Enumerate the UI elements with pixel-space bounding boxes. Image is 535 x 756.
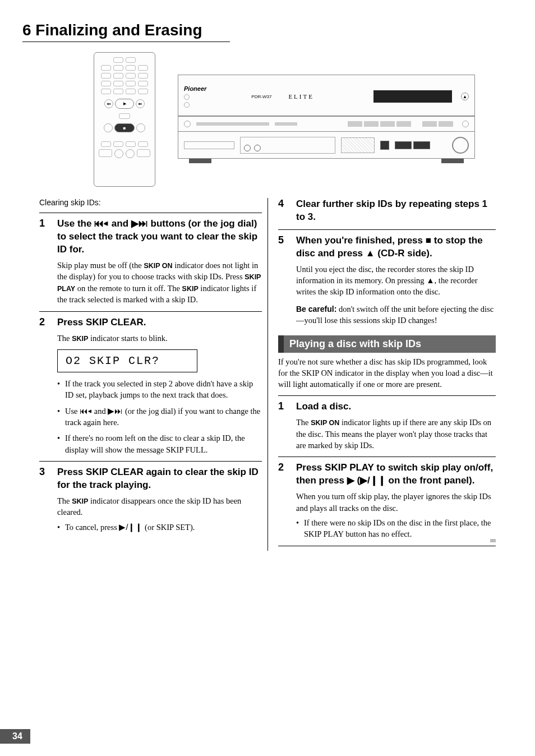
text: on the remote to turn it off. The	[75, 284, 182, 293]
step-1-heading: Use the ⏮◀ and ▶⏭ buttons (or the jog di…	[57, 218, 262, 256]
next-track-icon: ▶⏭	[131, 218, 148, 229]
play-step-2-heading: Press SKIP PLAY to switch skip play on/o…	[296, 462, 496, 487]
step-4: 4 Clear further skip IDs by repeating st…	[278, 198, 496, 224]
step-3-body: The SKIP indicator disappears once the s…	[57, 495, 262, 518]
text: To cancel, press	[65, 523, 119, 532]
kw-skip: SKIP	[72, 335, 88, 343]
step-1-body: Skip play must be off (the SKIP ON indic…	[57, 260, 262, 306]
step-number: 3	[39, 466, 49, 492]
text: and	[109, 218, 131, 229]
stop-icon: ■	[426, 235, 431, 246]
remote-play-icon: ▶	[115, 99, 134, 109]
kw-skip-on: SKIP ON	[302, 368, 333, 377]
eject-icon: ▲	[366, 248, 375, 259]
text: If there were no skip IDs on the disc in…	[304, 518, 491, 527]
next-track-icon: ▶⏭	[108, 407, 123, 416]
section-heading: Playing a disc with skip IDs	[278, 335, 496, 353]
step-4-heading: Clear further skip IDs by repeating step…	[296, 198, 496, 224]
right-column: 4 Clear further skip IDs by repeating st…	[268, 198, 496, 551]
remote-stop-icon: ■	[114, 123, 135, 132]
unit-elite: ELITE	[288, 93, 314, 100]
play-step-1-heading: Load a disc.	[296, 400, 351, 413]
remote-illustration: ⏮ ▶ ⏭ ■	[94, 52, 155, 187]
text: (CD-R side).	[375, 248, 432, 259]
step-5-careful: Be careful: don't switch off the unit be…	[296, 303, 496, 326]
step-3: 3 Press SKIP CLEAR again to clear the sk…	[39, 466, 262, 492]
remote-next-icon: ⏭	[136, 99, 145, 108]
chapter-heading: 6 Finalizing and Erasing	[22, 21, 230, 42]
text: Use the	[57, 218, 94, 229]
figures-row: ⏮ ▶ ⏭ ■ Pioneer PDR-W37 ELITE	[73, 52, 496, 187]
list-item: If there's no room left on the disc to c…	[57, 432, 262, 455]
unit-brand: Pioneer	[184, 85, 206, 92]
eject-icon: ▲	[426, 276, 434, 285]
text: Use	[65, 407, 80, 416]
list-item: Use ⏮◀ and ▶⏭ (or the jog dial) if you w…	[57, 405, 262, 428]
unit-eject-icon: ▲	[461, 93, 469, 100]
kw-skip-on: SKIP ON	[144, 262, 172, 270]
unit-play-pause-icon	[395, 141, 412, 149]
unit-jog-dial	[452, 137, 469, 154]
step-1: 1 Use the ⏮◀ and ▶⏭ buttons (or the jog …	[39, 218, 262, 256]
step-2-bullets: If the track you selected in step 2 abov…	[57, 378, 262, 455]
step-2-heading: Press SKIP CLEAR.	[57, 316, 146, 329]
page-number: 34	[0, 729, 30, 744]
play-icon: ▶	[347, 475, 354, 486]
step-2: 2 Press SKIP CLEAR.	[39, 316, 262, 329]
remote-prev-icon: ⏮	[104, 99, 113, 108]
lcd-display: O2 SKIP CLR?	[57, 349, 197, 372]
text: ).	[190, 523, 195, 532]
text: (	[354, 475, 360, 486]
clearing-intro: Clearing skip IDs:	[39, 198, 262, 207]
step-number: 1	[278, 400, 288, 413]
text: The	[296, 418, 311, 427]
list-item: If there were no skip IDs on the disc in…	[296, 517, 496, 540]
step-3-bullets: To cancel, press ▶/❙❙ (or SKIP SET).	[57, 522, 262, 533]
step-3-heading: Press SKIP CLEAR again to clear the skip…	[57, 466, 262, 492]
step-5-body: Until you eject the disc, the recorder s…	[296, 264, 496, 298]
text: The	[57, 334, 72, 343]
section-intro: If you're not sure whether a disc has sk…	[278, 356, 496, 390]
play-step-2: 2 Press SKIP PLAY to switch skip play on…	[278, 462, 496, 487]
text: The	[57, 496, 72, 505]
prev-track-icon: ⏮◀	[80, 407, 92, 416]
text: When you're finished, press	[296, 235, 426, 246]
step-number: 1	[39, 218, 49, 256]
play-pause-icon: ▶/❙❙	[360, 475, 386, 486]
step-5-heading: When you're finished, press ■ to stop th…	[296, 234, 496, 260]
list-item: To cancel, press ▶/❙❙ (or SKIP SET).	[57, 522, 262, 533]
play-step-1-body: The SKIP ON indicator lights up if there…	[296, 417, 496, 451]
unit-model: PDR-W37	[251, 94, 271, 99]
left-column: Clearing skip IDs: 1 Use the ⏮◀ and ▶⏭ b…	[39, 198, 268, 551]
unit-illustration: Pioneer PDR-W37 ELITE ▲	[178, 75, 475, 164]
kw-skip-on: SKIP ON	[311, 419, 339, 427]
text: .	[206, 445, 208, 454]
text: and	[92, 407, 108, 416]
step-number: 4	[278, 198, 288, 224]
unit-display	[373, 90, 452, 103]
page-corner-mark	[490, 539, 496, 542]
play-step-1: 1 Load a disc.	[278, 400, 496, 413]
text: If there's no room left on the disc to c…	[65, 434, 245, 454]
chapter-number: 6	[22, 21, 31, 39]
text: button has no effect.	[344, 529, 412, 538]
step-number: 2	[39, 316, 49, 329]
play-step-2-body: When you turn off skip play, the player …	[296, 491, 496, 514]
prev-track-icon: ⏮◀	[94, 218, 109, 229]
kw-skip-set: SKIP SET	[156, 523, 190, 532]
step-5: 5 When you're finished, press ■ to stop …	[278, 234, 496, 260]
step-number: 2	[278, 462, 288, 487]
kw-skip-play: SKIP PLAY	[304, 529, 344, 538]
kw-skip: SKIP	[72, 497, 88, 505]
kw-skip: SKIP	[182, 285, 199, 293]
step-number: 5	[278, 234, 288, 260]
be-careful-label: Be careful:	[296, 305, 336, 314]
list-item: If the track you selected in step 2 abov…	[57, 378, 262, 401]
text: Skip play must be off (the	[57, 261, 144, 270]
play-step-2-bullets: If there were no skip IDs on the disc in…	[296, 517, 496, 540]
play-pause-icon: ▶/❙❙	[119, 523, 142, 532]
text: on the front panel).	[386, 475, 475, 486]
step-2-body: The SKIP indicator starts to blink.	[57, 333, 262, 344]
text: (or	[142, 523, 156, 532]
lcd-text: O2 SKIP CLR?	[66, 354, 160, 367]
